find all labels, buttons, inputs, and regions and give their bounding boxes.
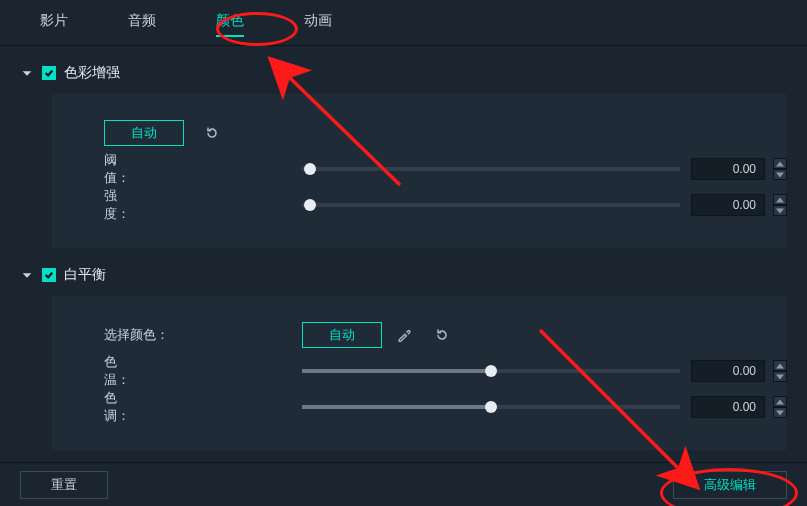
advanced-edit-button[interactable]: 高级编辑 (673, 471, 787, 499)
strength-label: 强度： (52, 187, 142, 223)
eyedropper-icon[interactable] (394, 325, 414, 345)
slider-thumb[interactable] (304, 199, 316, 211)
spinner-down[interactable] (773, 169, 787, 180)
spinner-down[interactable] (773, 371, 787, 382)
section-title: 色彩增强 (64, 64, 120, 82)
slider-thumb[interactable] (485, 401, 497, 413)
strength-slider[interactable] (302, 203, 680, 207)
checkbox-color-enhance[interactable] (42, 66, 56, 80)
pick-color-label: 选择颜色： (52, 326, 212, 344)
section-color-enhance: 色彩增强 自动 阈值： 0.00 强度： (0, 46, 807, 248)
section-title: 白平衡 (64, 266, 106, 284)
slider-thumb[interactable] (485, 365, 497, 377)
tint-value[interactable]: 0.00 (691, 396, 765, 418)
auto-button-white-balance[interactable]: 自动 (302, 322, 382, 348)
auto-button-color-enhance[interactable]: 自动 (104, 120, 184, 146)
checkbox-white-balance[interactable] (42, 268, 56, 282)
tab-animation[interactable]: 动画 (304, 12, 332, 37)
spinner-down[interactable] (773, 407, 787, 418)
strength-value[interactable]: 0.00 (691, 194, 765, 216)
reset-icon[interactable] (432, 325, 452, 345)
threshold-label: 阈值： (52, 151, 142, 187)
spinner-down[interactable] (773, 205, 787, 216)
tab-video[interactable]: 影片 (40, 12, 68, 37)
tint-spinner (773, 396, 787, 418)
threshold-spinner (773, 158, 787, 180)
tab-audio[interactable]: 音频 (128, 12, 156, 37)
spinner-up[interactable] (773, 396, 787, 407)
chevron-down-icon (20, 66, 34, 80)
spinner-up[interactable] (773, 158, 787, 169)
chevron-down-icon (20, 268, 34, 282)
spinner-up[interactable] (773, 194, 787, 205)
tab-bar: 影片 音频 颜色 动画 (0, 0, 807, 46)
tint-label: 色调： (52, 389, 142, 425)
temperature-value[interactable]: 0.00 (691, 360, 765, 382)
spinner-up[interactable] (773, 360, 787, 371)
tint-slider[interactable] (302, 405, 680, 409)
threshold-slider[interactable] (302, 167, 680, 171)
temperature-spinner (773, 360, 787, 382)
reset-button[interactable]: 重置 (20, 471, 108, 499)
slider-thumb[interactable] (304, 163, 316, 175)
reset-icon[interactable] (202, 123, 222, 143)
temperature-label: 色温： (52, 353, 142, 389)
section-header-color-enhance[interactable]: 色彩增强 (20, 64, 787, 82)
threshold-value[interactable]: 0.00 (691, 158, 765, 180)
tab-color[interactable]: 颜色 (216, 12, 244, 37)
section-body-white-balance: 选择颜色： 自动 色温： 0.00 色调： (52, 296, 787, 450)
strength-spinner (773, 194, 787, 216)
bottom-bar: 重置 高级编辑 (0, 462, 807, 506)
section-body-color-enhance: 自动 阈值： 0.00 强度： 0.00 (52, 94, 787, 248)
section-white-balance: 白平衡 选择颜色： 自动 色温： 0.00 (0, 248, 807, 450)
temperature-slider[interactable] (302, 369, 680, 373)
section-header-white-balance[interactable]: 白平衡 (20, 266, 787, 284)
